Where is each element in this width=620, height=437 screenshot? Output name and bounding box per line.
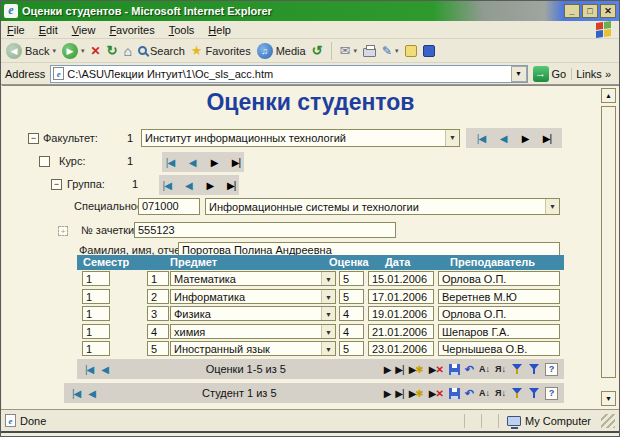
student-last-button[interactable]: ▶| — [395, 388, 403, 399]
grade-input[interactable]: 5 — [339, 341, 364, 356]
faculty-collapse-box[interactable]: − — [28, 133, 39, 144]
resize-grip[interactable] — [601, 414, 615, 428]
minimize-button[interactable]: _ — [564, 4, 580, 18]
course-prev-button[interactable]: ◀ — [184, 157, 200, 168]
menu-help[interactable]: Help — [208, 24, 231, 36]
subject-select[interactable]: Иностранный язык ▼ — [170, 341, 336, 356]
group-prev-button[interactable]: ◀ — [181, 180, 197, 191]
specialty-dropdown-icon[interactable]: ▼ — [545, 199, 559, 214]
grade-input[interactable]: 5 — [339, 289, 364, 304]
semester-input[interactable]: 1 — [82, 271, 110, 286]
scrollbar-thumb[interactable] — [601, 106, 616, 378]
history-button[interactable]: ↺ — [312, 43, 323, 58]
row-number-input[interactable]: 3 — [147, 306, 169, 321]
teacher-input[interactable]: Чернышева О.В. — [438, 341, 560, 356]
semester-input[interactable]: 1 — [82, 341, 110, 356]
address-dropdown-icon[interactable]: ▼ — [511, 66, 527, 82]
student-save-button[interactable] — [449, 388, 460, 399]
semester-input[interactable]: 1 — [82, 289, 110, 304]
date-input[interactable]: 23.01.2006 — [368, 341, 434, 356]
grades-sort-descending-button[interactable]: Я↓ — [495, 364, 506, 374]
grades-new-record-button[interactable]: ▶✱ — [409, 363, 424, 375]
stop-button[interactable]: ✕ — [91, 44, 101, 58]
faculty-select[interactable]: Институт информационных технологий ▼ — [141, 129, 460, 147]
gradebook-input[interactable]: 555123 — [134, 222, 396, 238]
student-undo-button[interactable]: ↶ — [465, 387, 474, 400]
discuss-button[interactable] — [405, 45, 417, 57]
back-button[interactable]: ◀ Back ▾ — [6, 43, 56, 59]
media-button[interactable]: ♫ Media — [257, 43, 306, 59]
student-sort-ascending-button[interactable]: А↓ — [479, 388, 490, 398]
student-filter-by-selection-icon[interactable] — [511, 387, 523, 399]
course-last-button[interactable]: ▶| — [228, 157, 244, 168]
row-number-input[interactable]: 5 — [147, 341, 169, 356]
teacher-input[interactable]: Шепаров Г.А. — [438, 324, 560, 339]
student-filter-toggle-icon[interactable] — [528, 387, 540, 399]
faculty-first-button[interactable]: |◀ — [473, 133, 489, 144]
faculty-next-button[interactable]: ▶ — [517, 133, 533, 144]
subject-dropdown-icon[interactable]: ▼ — [321, 342, 335, 355]
favorites-button[interactable]: ★ Favorites — [191, 43, 251, 58]
grade-input[interactable]: 4 — [339, 306, 364, 321]
links-button[interactable]: Links » — [571, 68, 615, 80]
close-button[interactable]: ✕ — [600, 4, 616, 18]
course-checkbox[interactable] — [39, 156, 50, 167]
address-value[interactable]: C:\ASU\Лекции Интуит\1\Oc_sls_acc.htm — [67, 68, 507, 80]
menu-tools[interactable]: Tools — [169, 24, 195, 36]
student-new-record-button[interactable]: ▶✱ — [409, 387, 424, 399]
subject-select[interactable]: Информатика ▼ — [170, 289, 336, 304]
grades-last-button[interactable]: ▶| — [395, 364, 403, 375]
messenger-button[interactable] — [423, 45, 435, 57]
date-input[interactable]: 15.01.2006 — [368, 271, 434, 286]
grades-next-button[interactable]: ▶ — [384, 364, 391, 375]
menu-view[interactable]: View — [72, 24, 96, 36]
course-next-button[interactable]: ▶ — [206, 157, 222, 168]
subject-select[interactable]: химия ▼ — [170, 324, 336, 339]
menu-favorites[interactable]: Favorites — [109, 24, 154, 36]
subject-dropdown-icon[interactable]: ▼ — [321, 272, 335, 285]
edit-dropdown-icon[interactable]: ▾ — [395, 47, 399, 55]
gradebook-expand-box[interactable]: + — [58, 226, 68, 236]
date-input[interactable]: 19.01.2006 — [368, 306, 434, 321]
subject-select[interactable]: Математика ▼ — [170, 271, 336, 286]
row-number-input[interactable]: 2 — [147, 289, 169, 304]
grades-save-button[interactable] — [449, 364, 460, 375]
search-button[interactable]: Search — [138, 45, 185, 57]
scroll-down-button[interactable]: ▼ — [601, 391, 616, 406]
student-first-button[interactable]: |◀ — [72, 388, 80, 399]
back-dropdown-icon[interactable]: ▾ — [52, 47, 56, 55]
group-first-button[interactable]: |◀ — [159, 180, 175, 191]
grades-prev-button[interactable]: ◀ — [101, 364, 108, 375]
menu-file[interactable]: File — [7, 24, 25, 36]
faculty-dropdown-icon[interactable]: ▼ — [445, 130, 459, 146]
faculty-prev-button[interactable]: ◀ — [495, 133, 511, 144]
grades-filter-toggle-icon[interactable] — [528, 363, 540, 375]
forward-button[interactable]: ▶ ▾ — [62, 43, 85, 59]
grades-first-button[interactable]: |◀ — [85, 364, 93, 375]
home-button[interactable]: ⌂ — [123, 43, 131, 59]
teacher-input[interactable]: Орлова О.П. — [438, 271, 560, 286]
group-next-button[interactable]: ▶ — [202, 180, 218, 191]
row-number-input[interactable]: 4 — [147, 324, 169, 339]
student-delete-record-button[interactable]: ▶✕ — [429, 387, 444, 399]
grades-delete-record-button[interactable]: ▶✕ — [429, 363, 444, 375]
refresh-button[interactable]: ↻ — [107, 43, 118, 58]
student-next-button[interactable]: ▶ — [384, 388, 391, 399]
grades-sort-ascending-button[interactable]: А↓ — [479, 364, 490, 374]
teacher-input[interactable]: Веретнев М.Ю — [438, 289, 560, 304]
grades-filter-by-selection-icon[interactable] — [511, 363, 523, 375]
teacher-input[interactable]: Орлова О.П. — [438, 306, 560, 321]
scroll-up-button[interactable]: ▲ — [601, 88, 616, 103]
menu-edit[interactable]: Edit — [39, 24, 58, 36]
grades-help-button[interactable]: ? — [545, 363, 558, 376]
maximize-button[interactable]: □ — [582, 4, 598, 18]
semester-input[interactable]: 1 — [82, 306, 110, 321]
group-last-button[interactable]: ▶| — [224, 180, 240, 191]
specialty-code-input[interactable]: 071000 — [138, 198, 200, 215]
subject-select[interactable]: Физика ▼ — [170, 306, 336, 321]
student-prev-button[interactable]: ◀ — [88, 388, 95, 399]
grade-input[interactable]: 4 — [339, 324, 364, 339]
mail-dropdown-icon[interactable]: ▾ — [353, 47, 357, 55]
grades-undo-button[interactable]: ↶ — [465, 363, 474, 376]
group-collapse-box[interactable]: − — [51, 179, 62, 190]
